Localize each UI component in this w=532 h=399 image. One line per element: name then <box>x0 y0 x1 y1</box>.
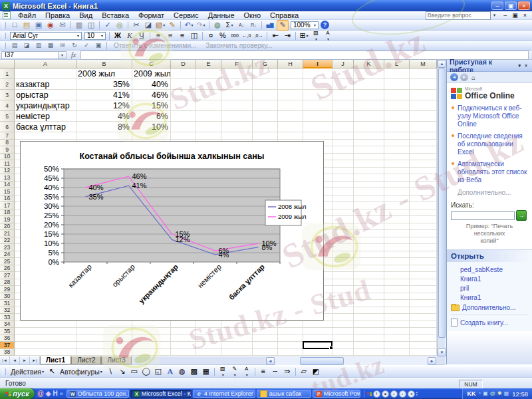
grid-cell[interactable] <box>332 79 354 90</box>
research-icon[interactable]: ◎ <box>114 21 125 30</box>
selected-cell-I37[interactable] <box>303 341 332 349</box>
merge-center-icon[interactable]: ◫ <box>189 31 200 41</box>
grid-cell[interactable] <box>410 307 437 315</box>
tray-icon-2[interactable]: @ <box>490 391 495 396</box>
grid-cell[interactable] <box>221 90 253 100</box>
row-header-19[interactable]: 19 <box>0 216 15 223</box>
grid-cell[interactable]: 4% <box>76 111 132 122</box>
grid-cell[interactable] <box>332 230 354 237</box>
grid-cell[interactable] <box>332 154 354 161</box>
column-header-J[interactable]: J <box>332 60 354 68</box>
media-button-1[interactable]: ■ <box>382 390 389 398</box>
row-header-12[interactable]: 12 <box>0 168 15 175</box>
grid-cell[interactable] <box>410 174 437 182</box>
grid-cell[interactable] <box>384 272 410 279</box>
borders-icon[interactable]: ⊞▾ <box>299 31 309 41</box>
grid-cell[interactable] <box>196 335 221 342</box>
format-painter-icon[interactable]: ✎ <box>167 21 178 30</box>
paste-icon[interactable]: ▧▾ <box>155 21 166 30</box>
grid-cell[interactable] <box>253 122 278 132</box>
grid-cell[interactable] <box>384 342 410 349</box>
row-header-36[interactable]: 36 <box>0 335 15 342</box>
column-header-I[interactable]: I <box>303 60 332 68</box>
shadow-style-icon[interactable]: ▱ <box>299 367 309 376</box>
grid-cell[interactable] <box>171 321 196 329</box>
grid-cell[interactable] <box>354 146 384 154</box>
grid-cell[interactable] <box>171 68 196 79</box>
grid-cell[interactable] <box>332 300 354 307</box>
media-button-0[interactable]: ‖ <box>373 390 380 398</box>
grid-cell[interactable] <box>132 132 171 140</box>
grid-cell[interactable] <box>384 154 410 161</box>
grid-cell[interactable] <box>354 100 384 111</box>
row-header-10[interactable]: 10 <box>0 154 15 161</box>
grid-cell[interactable] <box>384 279 410 287</box>
office-online-link-1[interactable]: Последние сведения об использовании Exce… <box>451 132 528 156</box>
embedded-chart[interactable]: 0%5%10%15%20%25%30%35%40%45%50%35%41%12%… <box>20 141 324 321</box>
menu-item-5[interactable]: Сервис <box>169 11 203 19</box>
grid-cell[interactable] <box>278 132 303 140</box>
grid-cell[interactable] <box>354 251 384 259</box>
grid-cell[interactable] <box>221 132 253 140</box>
grid-cell[interactable] <box>332 342 354 349</box>
menu-item-1[interactable]: Правка <box>41 11 74 19</box>
grid-cell[interactable] <box>410 244 437 251</box>
minimize-button[interactable]: – <box>491 1 503 10</box>
grid-cell[interactable] <box>278 349 303 356</box>
grid-cell[interactable] <box>332 196 354 203</box>
workbook-minimize-icon[interactable]: – <box>501 12 509 19</box>
recent-file-2[interactable]: pril <box>451 283 528 293</box>
3d-style-icon[interactable]: ◩ <box>311 367 321 376</box>
menu-item-2[interactable]: Вид <box>74 11 97 19</box>
grid-cell[interactable]: 46% <box>132 90 171 100</box>
grid-cell[interactable] <box>15 335 76 342</box>
toolbar-grip[interactable] <box>3 22 6 29</box>
reply-with-changes-button[interactable]: Ответить с изменениями... <box>114 42 196 49</box>
grid-cell[interactable] <box>410 111 437 122</box>
grid-cell[interactable] <box>132 349 171 356</box>
review-icon-3[interactable]: ▦ <box>45 41 56 51</box>
row-header-38[interactable]: 38 <box>0 349 15 356</box>
select-pointer-icon[interactable]: ↖ <box>47 367 57 376</box>
font-size-combo[interactable]: 10 ▾ <box>84 32 106 40</box>
grid-cell[interactable] <box>332 321 354 329</box>
grid-cell[interactable] <box>15 132 76 140</box>
grid-cell[interactable] <box>384 132 410 140</box>
grid-cell[interactable] <box>278 321 303 329</box>
grid-cell[interactable] <box>384 168 410 175</box>
grid-cell[interactable] <box>354 223 384 231</box>
grid-cell[interactable]: 2009 жыл <box>132 68 171 79</box>
grid-cell[interactable] <box>354 342 384 349</box>
taskbar-window-folder[interactable]: ашык сабак <box>257 390 311 398</box>
column-header-K[interactable]: K <box>354 60 384 68</box>
grid-cell[interactable] <box>278 122 303 132</box>
grid-cell[interactable] <box>171 328 196 335</box>
grid-cell[interactable] <box>171 335 196 342</box>
grid-cell[interactable] <box>384 223 410 231</box>
decrease-decimal-icon[interactable]: ,0→ <box>253 31 264 41</box>
grid-cell[interactable] <box>332 272 354 279</box>
arrow-style-icon[interactable]: ⇒ <box>282 367 293 376</box>
workbook-restore-icon[interactable]: ▣ <box>509 12 521 19</box>
grid-cell[interactable] <box>354 258 384 265</box>
grid-cell[interactable] <box>332 202 354 209</box>
grid-cell[interactable] <box>354 182 384 189</box>
review-icon-6[interactable]: ✓ <box>81 41 92 51</box>
row-header-18[interactable]: 18 <box>0 209 15 217</box>
grid-cell[interactable] <box>384 146 410 154</box>
grid-cell[interactable] <box>15 342 76 349</box>
grid-cell[interactable] <box>354 160 384 168</box>
menu-item-7[interactable]: Окно <box>239 11 266 19</box>
sort-ascending-icon[interactable]: А↓ <box>236 21 247 30</box>
grid-cell[interactable]: 8% <box>76 122 132 132</box>
grid-cell[interactable] <box>332 216 354 223</box>
grid-cell[interactable] <box>221 349 253 356</box>
column-header-B[interactable]: B <box>76 60 132 68</box>
column-header-F[interactable]: F <box>221 60 253 68</box>
first-sheet-icon[interactable]: |◄ <box>0 356 10 364</box>
row-header-26[interactable]: 26 <box>0 265 15 273</box>
grid-cell[interactable] <box>171 349 196 356</box>
grid-cell[interactable] <box>278 100 303 111</box>
column-header-D[interactable]: D <box>171 60 196 68</box>
row-header-28[interactable]: 28 <box>0 279 15 287</box>
